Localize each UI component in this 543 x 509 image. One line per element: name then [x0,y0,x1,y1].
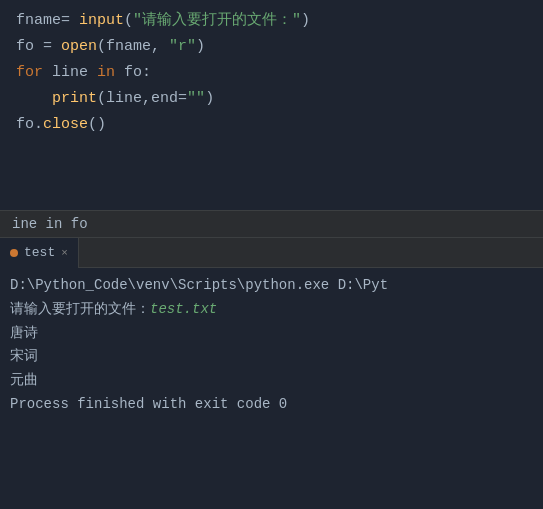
code-line-3: for line in fo: [0,60,543,86]
code-line-2: fo = open(fname, "r") [0,34,543,60]
code-token: fo: [115,61,151,85]
code-token: ) [196,35,205,59]
terminal-line-4: 元曲 [10,369,533,393]
editor-area: fname= input("请输入要打开的文件：")fo = open(fnam… [0,0,543,210]
code-token: = [61,9,79,33]
terminal-line-0: D:\Python_Code\venv\Scripts\python.exe D… [10,274,533,298]
code-line-4: print(line,end="") [0,86,543,112]
code-token: ( [97,35,106,59]
terminal-file-ref: test.txt [150,301,217,317]
code-line-5: fo.close() [0,112,543,138]
code-token: ( [124,9,133,33]
code-token: fo [16,35,34,59]
code-token: line [106,87,142,111]
code-token: end [151,87,178,111]
search-text: ine in fo [12,216,88,232]
tab-dot-indicator [10,249,18,257]
code-token: = [34,35,61,59]
code-token: input [79,9,124,33]
terminal-line-2: 唐诗 [10,322,533,346]
code-token: ) [301,9,310,33]
code-token [16,87,52,111]
code-token: fname [106,35,151,59]
code-token: , [151,35,169,59]
code-token: "请输入要打开的文件：" [133,9,301,33]
code-token: fo [16,113,34,137]
tab-close-button[interactable]: × [61,247,68,259]
code-token: "" [187,87,205,111]
code-token: ( [97,87,106,111]
code-token: fname [16,9,61,33]
terminal-line-3: 宋词 [10,345,533,369]
tab-label: test [24,245,55,260]
code-token: . [34,113,43,137]
code-token: in [97,61,115,85]
code-token: for [16,61,43,85]
code-token: close [43,113,88,137]
code-token: () [88,113,106,137]
terminal-tabs: test × [0,238,543,268]
code-token: = [178,87,187,111]
code-line-1: fname= input("请输入要打开的文件：") [0,8,543,34]
code-token: line [43,61,97,85]
code-token: "r" [169,35,196,59]
code-token: , [142,87,151,111]
terminal-area: test × D:\Python_Code\venv\Scripts\pytho… [0,238,543,509]
code-token: open [61,35,97,59]
terminal-tab-test[interactable]: test × [0,238,79,268]
terminal-line-5: Process finished with exit code 0 [10,393,533,417]
terminal-content: D:\Python_Code\venv\Scripts\python.exe D… [0,268,543,509]
search-bar: ine in fo [0,210,543,238]
terminal-line-1: 请输入要打开的文件：test.txt [10,298,533,322]
code-token: ) [205,87,214,111]
code-token: print [52,87,97,111]
